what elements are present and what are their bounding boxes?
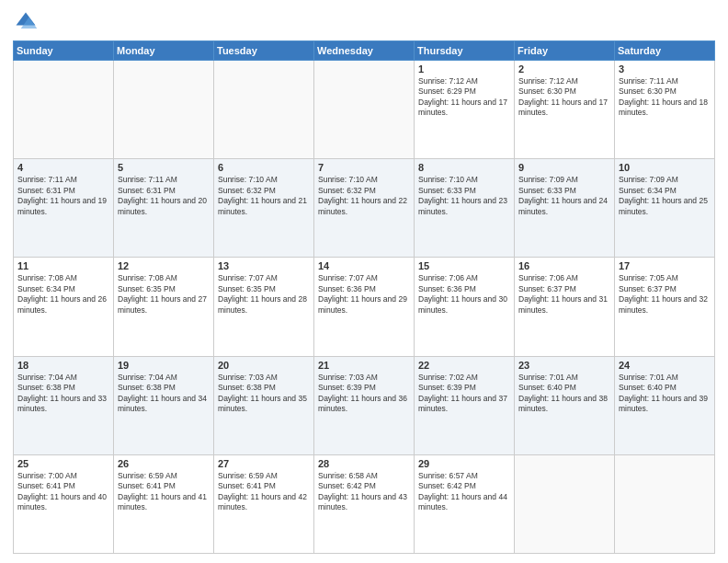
day-info: Sunrise: 6:59 AM Sunset: 6:41 PM Dayligh… bbox=[118, 471, 210, 513]
day-number: 3 bbox=[619, 63, 711, 75]
day-number: 18 bbox=[17, 360, 109, 371]
calendar-cell: 21Sunrise: 7:03 AM Sunset: 6:39 PM Dayli… bbox=[314, 356, 415, 454]
calendar-cell: 18Sunrise: 7:04 AM Sunset: 6:38 PM Dayli… bbox=[14, 356, 114, 454]
day-header-tuesday: Tuesday bbox=[214, 41, 314, 61]
day-info: Sunrise: 7:08 AM Sunset: 6:34 PM Dayligh… bbox=[17, 273, 109, 316]
calendar-cell: 15Sunrise: 7:06 AM Sunset: 6:36 PM Dayli… bbox=[415, 258, 515, 356]
day-number: 28 bbox=[318, 458, 410, 469]
calendar-cell: 8Sunrise: 7:10 AM Sunset: 6:33 PM Daylig… bbox=[415, 159, 515, 258]
calendar-cell: 10Sunrise: 7:09 AM Sunset: 6:34 PM Dayli… bbox=[615, 159, 715, 258]
page: SundayMondayTuesdayWednesdayThursdayFrid… bbox=[0, 0, 728, 563]
day-info: Sunrise: 7:01 AM Sunset: 6:40 PM Dayligh… bbox=[518, 373, 610, 415]
day-info: Sunrise: 7:05 AM Sunset: 6:37 PM Dayligh… bbox=[619, 273, 711, 316]
day-number: 5 bbox=[118, 162, 210, 173]
day-number: 21 bbox=[318, 360, 410, 371]
day-number: 27 bbox=[218, 458, 310, 469]
day-number: 23 bbox=[518, 360, 610, 371]
day-number: 2 bbox=[518, 63, 610, 75]
day-number: 6 bbox=[218, 162, 310, 173]
day-info: Sunrise: 7:00 AM Sunset: 6:41 PM Dayligh… bbox=[17, 471, 109, 513]
day-header-saturday: Saturday bbox=[615, 41, 715, 61]
day-info: Sunrise: 7:07 AM Sunset: 6:36 PM Dayligh… bbox=[318, 273, 410, 316]
day-number: 13 bbox=[218, 260, 310, 271]
day-headers-row: SundayMondayTuesdayWednesdayThursdayFrid… bbox=[14, 41, 715, 61]
calendar-cell: 27Sunrise: 6:59 AM Sunset: 6:41 PM Dayli… bbox=[214, 454, 314, 553]
calendar-cell: 14Sunrise: 7:07 AM Sunset: 6:36 PM Dayli… bbox=[314, 258, 415, 356]
calendar-cell: 26Sunrise: 6:59 AM Sunset: 6:41 PM Dayli… bbox=[114, 454, 214, 553]
calendar-week-0: 1Sunrise: 7:12 AM Sunset: 6:29 PM Daylig… bbox=[14, 61, 715, 159]
day-info: Sunrise: 7:07 AM Sunset: 6:35 PM Dayligh… bbox=[218, 273, 310, 316]
day-number: 24 bbox=[619, 360, 711, 371]
day-header-thursday: Thursday bbox=[415, 41, 515, 61]
calendar-cell: 28Sunrise: 6:58 AM Sunset: 6:42 PM Dayli… bbox=[314, 454, 415, 553]
calendar-cell: 1Sunrise: 7:12 AM Sunset: 6:29 PM Daylig… bbox=[415, 61, 515, 159]
day-number: 12 bbox=[118, 260, 210, 271]
logo bbox=[13, 9, 42, 35]
day-info: Sunrise: 7:11 AM Sunset: 6:30 PM Dayligh… bbox=[619, 76, 711, 119]
day-number: 25 bbox=[17, 458, 109, 469]
calendar-cell bbox=[114, 61, 214, 159]
calendar-week-1: 4Sunrise: 7:11 AM Sunset: 6:31 PM Daylig… bbox=[14, 159, 715, 258]
calendar-cell bbox=[615, 454, 715, 553]
day-number: 11 bbox=[17, 260, 109, 271]
day-info: Sunrise: 7:10 AM Sunset: 6:32 PM Dayligh… bbox=[318, 175, 410, 217]
day-number: 9 bbox=[518, 162, 610, 173]
calendar-cell: 19Sunrise: 7:04 AM Sunset: 6:38 PM Dayli… bbox=[114, 356, 214, 454]
day-number: 20 bbox=[218, 360, 310, 371]
calendar-cell: 2Sunrise: 7:12 AM Sunset: 6:30 PM Daylig… bbox=[515, 61, 615, 159]
calendar-cell: 4Sunrise: 7:11 AM Sunset: 6:31 PM Daylig… bbox=[14, 159, 114, 258]
calendar-cell: 7Sunrise: 7:10 AM Sunset: 6:32 PM Daylig… bbox=[314, 159, 415, 258]
day-number: 17 bbox=[619, 260, 711, 271]
day-info: Sunrise: 7:06 AM Sunset: 6:36 PM Dayligh… bbox=[418, 273, 510, 316]
day-info: Sunrise: 7:01 AM Sunset: 6:40 PM Dayligh… bbox=[619, 373, 711, 415]
calendar-week-4: 25Sunrise: 7:00 AM Sunset: 6:41 PM Dayli… bbox=[14, 454, 715, 553]
day-number: 22 bbox=[418, 360, 510, 371]
calendar-cell: 13Sunrise: 7:07 AM Sunset: 6:35 PM Dayli… bbox=[214, 258, 314, 356]
day-info: Sunrise: 7:09 AM Sunset: 6:33 PM Dayligh… bbox=[518, 175, 610, 217]
day-info: Sunrise: 7:04 AM Sunset: 6:38 PM Dayligh… bbox=[118, 373, 210, 415]
day-info: Sunrise: 6:59 AM Sunset: 6:41 PM Dayligh… bbox=[218, 471, 310, 513]
calendar-cell: 20Sunrise: 7:03 AM Sunset: 6:38 PM Dayli… bbox=[214, 356, 314, 454]
day-info: Sunrise: 7:03 AM Sunset: 6:38 PM Dayligh… bbox=[218, 373, 310, 415]
day-number: 26 bbox=[118, 458, 210, 469]
calendar-cell bbox=[314, 61, 415, 159]
calendar-week-3: 18Sunrise: 7:04 AM Sunset: 6:38 PM Dayli… bbox=[14, 356, 715, 454]
day-info: Sunrise: 7:03 AM Sunset: 6:39 PM Dayligh… bbox=[318, 373, 410, 415]
day-info: Sunrise: 7:11 AM Sunset: 6:31 PM Dayligh… bbox=[17, 175, 109, 217]
calendar-cell: 5Sunrise: 7:11 AM Sunset: 6:31 PM Daylig… bbox=[114, 159, 214, 258]
day-number: 8 bbox=[418, 162, 510, 173]
calendar-cell: 12Sunrise: 7:08 AM Sunset: 6:35 PM Dayli… bbox=[114, 258, 214, 356]
day-info: Sunrise: 7:09 AM Sunset: 6:34 PM Dayligh… bbox=[619, 175, 711, 217]
calendar-cell: 22Sunrise: 7:02 AM Sunset: 6:39 PM Dayli… bbox=[415, 356, 515, 454]
day-number: 19 bbox=[118, 360, 210, 371]
day-number: 14 bbox=[318, 260, 410, 271]
day-info: Sunrise: 7:12 AM Sunset: 6:29 PM Dayligh… bbox=[418, 76, 510, 119]
day-number: 4 bbox=[17, 162, 109, 173]
day-header-wednesday: Wednesday bbox=[314, 41, 415, 61]
day-info: Sunrise: 6:58 AM Sunset: 6:42 PM Dayligh… bbox=[318, 471, 410, 513]
day-header-sunday: Sunday bbox=[14, 41, 114, 61]
calendar-cell: 6Sunrise: 7:10 AM Sunset: 6:32 PM Daylig… bbox=[214, 159, 314, 258]
calendar-cell: 25Sunrise: 7:00 AM Sunset: 6:41 PM Dayli… bbox=[14, 454, 114, 553]
day-header-monday: Monday bbox=[114, 41, 214, 61]
day-number: 16 bbox=[518, 260, 610, 271]
day-info: Sunrise: 7:12 AM Sunset: 6:30 PM Dayligh… bbox=[518, 76, 610, 119]
day-info: Sunrise: 6:57 AM Sunset: 6:42 PM Dayligh… bbox=[418, 471, 510, 513]
calendar-cell: 16Sunrise: 7:06 AM Sunset: 6:37 PM Dayli… bbox=[515, 258, 615, 356]
day-info: Sunrise: 7:04 AM Sunset: 6:38 PM Dayligh… bbox=[17, 373, 109, 415]
day-info: Sunrise: 7:08 AM Sunset: 6:35 PM Dayligh… bbox=[118, 273, 210, 316]
day-number: 29 bbox=[418, 458, 510, 469]
day-header-friday: Friday bbox=[515, 41, 615, 61]
header bbox=[13, 9, 715, 35]
calendar-cell: 23Sunrise: 7:01 AM Sunset: 6:40 PM Dayli… bbox=[515, 356, 615, 454]
calendar-cell: 17Sunrise: 7:05 AM Sunset: 6:37 PM Dayli… bbox=[615, 258, 715, 356]
calendar-cell bbox=[14, 61, 114, 159]
calendar-cell: 24Sunrise: 7:01 AM Sunset: 6:40 PM Dayli… bbox=[615, 356, 715, 454]
day-info: Sunrise: 7:06 AM Sunset: 6:37 PM Dayligh… bbox=[518, 273, 610, 316]
day-number: 7 bbox=[318, 162, 410, 173]
calendar-cell: 11Sunrise: 7:08 AM Sunset: 6:34 PM Dayli… bbox=[14, 258, 114, 356]
day-number: 15 bbox=[418, 260, 510, 271]
day-info: Sunrise: 7:02 AM Sunset: 6:39 PM Dayligh… bbox=[418, 373, 510, 415]
day-info: Sunrise: 7:11 AM Sunset: 6:31 PM Dayligh… bbox=[118, 175, 210, 217]
calendar-week-2: 11Sunrise: 7:08 AM Sunset: 6:34 PM Dayli… bbox=[14, 258, 715, 356]
